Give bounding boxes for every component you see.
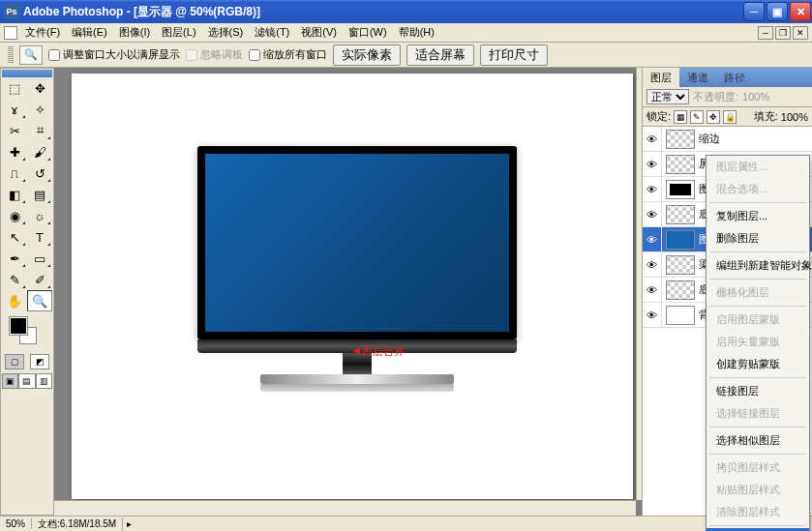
- layer-thumbnail[interactable]: [666, 180, 695, 199]
- visibility-eye-icon[interactable]: 👁: [643, 152, 662, 176]
- close-button[interactable]: ✕: [790, 2, 811, 21]
- notes-tool[interactable]: ✎: [2, 269, 27, 290]
- color-swatches[interactable]: [2, 315, 52, 350]
- hand-tool[interactable]: ✋: [2, 290, 27, 311]
- layer-thumbnail[interactable]: [666, 155, 695, 174]
- marquee-tool[interactable]: ⬚: [2, 77, 27, 99]
- foreground-color-swatch[interactable]: [10, 317, 27, 335]
- dodge-tool[interactable]: ☼: [27, 205, 52, 226]
- wand-tool[interactable]: ✧: [27, 99, 52, 120]
- lock-transparency-icon[interactable]: ▦: [674, 110, 687, 124]
- visibility-eye-icon[interactable]: 👁: [643, 227, 662, 251]
- zoom-all-checkbox[interactable]: 缩放所有窗口: [249, 47, 327, 62]
- slice-tool[interactable]: ⌗: [27, 120, 52, 141]
- horizontal-scrollbar[interactable]: [54, 500, 636, 516]
- visibility-eye-icon[interactable]: 👁: [643, 177, 662, 201]
- visibility-eye-icon[interactable]: 👁: [643, 303, 662, 327]
- history-brush-tool[interactable]: ↺: [27, 162, 52, 184]
- visibility-eye-icon[interactable]: 👁: [643, 278, 662, 302]
- tab-channels[interactable]: 通道: [679, 68, 716, 87]
- path-select-tool[interactable]: ↖: [2, 226, 27, 248]
- menubar: 文件(F) 编辑(E) 图像(I) 图层(L) 选择(S) 滤镜(T) 视图(V…: [0, 23, 812, 43]
- lock-position-icon[interactable]: ✥: [707, 110, 720, 124]
- move-tool[interactable]: ✥: [27, 77, 52, 99]
- screen-full-menubar-icon[interactable]: ▤: [18, 373, 35, 389]
- fit-screen-button[interactable]: 适合屏幕: [406, 44, 474, 66]
- maximize-button[interactable]: ▣: [767, 2, 788, 21]
- layer-thumbnail[interactable]: [666, 230, 695, 250]
- menu-filter[interactable]: 滤镜(T): [249, 23, 295, 42]
- stamp-tool[interactable]: ⎍: [2, 162, 27, 184]
- document-icon: [4, 26, 17, 40]
- type-tool[interactable]: T: [27, 226, 52, 248]
- mdi-close-button[interactable]: ✕: [793, 26, 808, 40]
- context-menu-item: 启用矢量蒙版: [707, 331, 809, 353]
- blur-tool[interactable]: ◉: [2, 205, 27, 226]
- document-canvas[interactable]: 图层合并: [72, 74, 633, 499]
- context-menu-item[interactable]: 选择相似图层: [707, 429, 809, 452]
- menu-window[interactable]: 窗口(W): [343, 23, 393, 42]
- lock-pixels-icon[interactable]: ✎: [690, 110, 704, 124]
- layer-row[interactable]: 👁缩边: [643, 127, 812, 152]
- titlebar: Ps Adobe Photoshop - [显示器 @ 50%(RGB/8)] …: [0, 0, 812, 23]
- fill-value[interactable]: 100%: [781, 111, 808, 123]
- menu-select[interactable]: 选择(S): [202, 23, 250, 42]
- screen-standard-icon[interactable]: ▣: [2, 373, 18, 389]
- context-menu-item: 混合选项...: [707, 178, 809, 200]
- menu-view[interactable]: 视图(V): [295, 23, 343, 42]
- eyedropper-tool[interactable]: ✐: [27, 269, 52, 290]
- layer-thumbnail[interactable]: [666, 205, 695, 224]
- print-size-button[interactable]: 打印尺寸: [480, 44, 548, 66]
- lasso-tool[interactable]: ɤ: [2, 99, 27, 120]
- zoom-tool[interactable]: 🔍: [27, 290, 52, 311]
- context-menu-item[interactable]: 创建剪贴蒙版: [707, 353, 809, 375]
- mdi-minimize-button[interactable]: ─: [758, 26, 773, 40]
- zoom-status[interactable]: 50%: [0, 518, 32, 529]
- menu-help[interactable]: 帮助(H): [393, 23, 440, 42]
- zoom-tool-icon: 🔍: [19, 45, 43, 65]
- layer-context-menu[interactable]: 图层属性...混合选项...复制图层...删除图层编组到新建智能对象图层栅格化图…: [706, 155, 810, 531]
- lock-all-icon[interactable]: 🔒: [723, 110, 737, 124]
- mdi-restore-button[interactable]: ❐: [775, 26, 791, 40]
- gradient-tool[interactable]: ▤: [27, 184, 52, 205]
- layer-thumbnail[interactable]: [666, 255, 695, 275]
- status-arrow-icon[interactable]: ▸: [127, 518, 132, 529]
- standard-mode-icon[interactable]: ▢: [5, 354, 24, 369]
- context-menu-item[interactable]: 删除图层: [707, 227, 809, 250]
- doc-size-status[interactable]: 文档:6.18M/18.5M: [32, 517, 123, 531]
- opacity-value[interactable]: 100%: [742, 91, 769, 103]
- visibility-eye-icon[interactable]: 👁: [643, 252, 662, 277]
- grip-icon[interactable]: [8, 46, 14, 64]
- annotation-text: 图层合并: [362, 344, 405, 359]
- toolbox-grip[interactable]: [2, 70, 52, 77]
- layer-thumbnail[interactable]: [666, 306, 695, 325]
- tab-paths[interactable]: 路径: [716, 68, 753, 87]
- menu-file[interactable]: 文件(F): [19, 23, 66, 42]
- shape-tool[interactable]: ▭: [27, 248, 52, 269]
- menu-layer[interactable]: 图层(L): [156, 23, 201, 42]
- layer-thumbnail[interactable]: [666, 130, 695, 149]
- brush-tool[interactable]: 🖌: [27, 141, 52, 162]
- pen-tool[interactable]: ✒: [2, 248, 27, 269]
- layer-thumbnail[interactable]: [666, 280, 695, 300]
- fit-window-checkbox[interactable]: 调整窗口大小以满屏显示: [48, 47, 180, 62]
- quickmask-mode-icon[interactable]: ◩: [30, 354, 49, 369]
- zoom-all-label: 缩放所有窗口: [263, 47, 327, 62]
- context-menu-item[interactable]: 复制图层...: [707, 205, 809, 227]
- heal-tool[interactable]: ✚: [2, 141, 27, 162]
- actual-pixels-button[interactable]: 实际像素: [333, 44, 401, 66]
- layer-name: 缩边: [699, 132, 720, 146]
- visibility-eye-icon[interactable]: 👁: [643, 127, 662, 151]
- context-menu-item[interactable]: 链接图层: [707, 380, 809, 402]
- minimize-button[interactable]: ─: [743, 2, 765, 21]
- visibility-eye-icon[interactable]: 👁: [643, 202, 662, 226]
- menu-edit[interactable]: 编辑(E): [66, 23, 113, 42]
- context-menu-item[interactable]: 编组到新建智能对象图层: [707, 254, 809, 277]
- screen-full-icon[interactable]: ▥: [36, 373, 52, 389]
- blend-mode-select[interactable]: 正常: [647, 89, 689, 104]
- menu-image[interactable]: 图像(I): [113, 23, 156, 42]
- tab-layers[interactable]: 图层: [643, 68, 679, 87]
- canvas-area[interactable]: 图层合并 图层 通道 路径 正常 不透明度: 100% 锁定: ▦ ✎ ✥ 🔒 …: [54, 68, 812, 516]
- crop-tool[interactable]: ✂: [2, 120, 27, 141]
- eraser-tool[interactable]: ◧: [2, 184, 27, 205]
